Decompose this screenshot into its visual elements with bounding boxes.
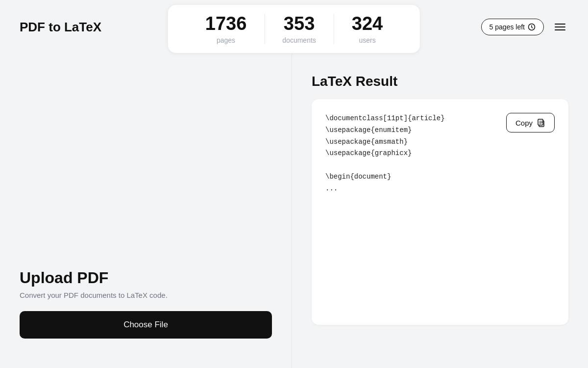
menu-button[interactable] <box>552 21 568 33</box>
stat-users: 324 users <box>334 14 400 44</box>
copy-label: Copy <box>515 119 533 127</box>
pages-label: pages <box>217 36 235 44</box>
pages-left-text: 5 pages left <box>490 23 525 31</box>
pages-left-button[interactable]: 5 pages left <box>481 19 544 35</box>
menu-line-1 <box>555 24 565 25</box>
main-content: Upload PDF Convert your PDF documents to… <box>0 54 588 368</box>
left-panel: Upload PDF Convert your PDF documents to… <box>0 54 292 368</box>
header: PDF to LaTeX 1736 pages 353 documents 32… <box>0 0 588 54</box>
code-block: \documentclass[11pt]{article} \usepackag… <box>325 113 496 195</box>
upload-title: Upload PDF <box>20 269 272 287</box>
copy-button[interactable]: Copy <box>506 113 555 132</box>
app-title: PDF to LaTeX <box>20 20 101 35</box>
right-panel: LaTeX Result \documentclass[11pt]{articl… <box>292 54 588 368</box>
upload-subtitle: Convert your PDF documents to LaTeX code… <box>20 291 272 299</box>
header-right: 5 pages left <box>481 19 568 35</box>
menu-line-2 <box>555 26 565 27</box>
clock-icon <box>528 23 536 31</box>
latex-result-title: LaTeX Result <box>312 74 568 89</box>
stat-documents: 353 documents <box>264 14 333 44</box>
users-count: 324 <box>352 14 383 34</box>
code-card: \documentclass[11pt]{article} \usepackag… <box>312 99 568 325</box>
stats-card: 1736 pages 353 documents 324 users <box>168 5 420 53</box>
stat-pages: 1736 pages <box>188 14 265 44</box>
documents-label: documents <box>282 36 316 44</box>
documents-count: 353 <box>284 14 315 34</box>
menu-line-3 <box>555 29 565 30</box>
copy-doc-icon <box>537 118 545 127</box>
choose-file-button[interactable]: Choose File <box>20 311 272 339</box>
users-label: users <box>359 36 375 44</box>
pages-count: 1736 <box>205 14 247 34</box>
